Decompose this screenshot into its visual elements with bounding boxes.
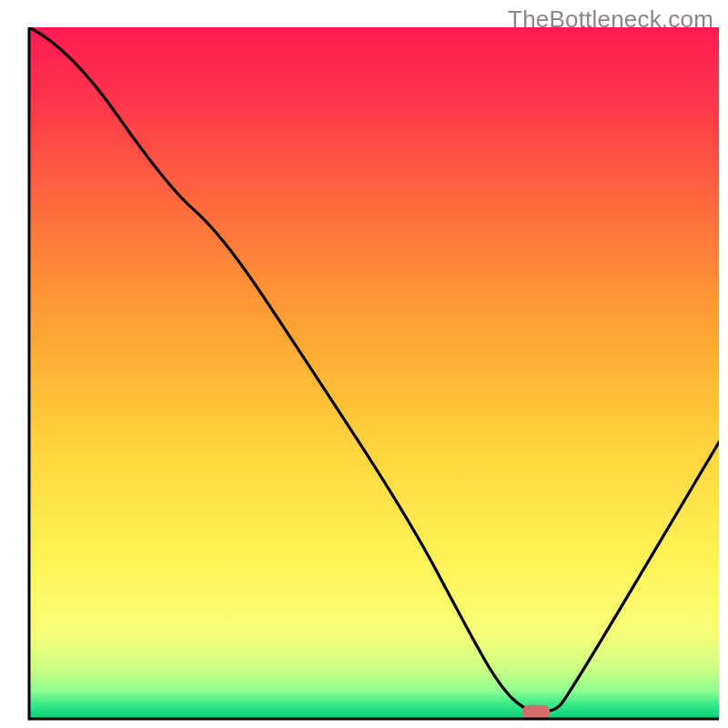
bottleneck-chart xyxy=(0,0,728,728)
chart-frame: TheBottleneck.com xyxy=(0,0,728,728)
optimal-marker xyxy=(522,705,550,719)
